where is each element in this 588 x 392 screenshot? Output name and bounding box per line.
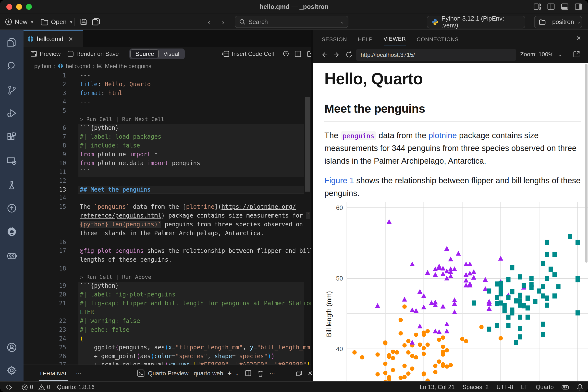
terminal-more-icon[interactable]: ⋯: [270, 370, 276, 376]
tab-hello-qmd[interactable]: hello.qmd ✕: [24, 30, 83, 47]
kill-terminal-icon[interactable]: [257, 370, 264, 376]
panel-more-icon[interactable]: ⋯: [76, 370, 82, 376]
viewer-scrollbar[interactable]: [585, 64, 588, 262]
remote-indicator[interactable]: [0, 382, 18, 392]
doc-link[interactable]: Figure 1: [324, 176, 354, 185]
customize-layout-icon[interactable]: [534, 3, 541, 10]
url-input[interactable]: http://localhost:3715/: [356, 49, 516, 61]
code-line[interactable]: reference/penguins.html) package contain…: [24, 212, 311, 221]
preview-button[interactable]: Preview: [30, 50, 60, 57]
panel-tab-session[interactable]: SESSION: [322, 31, 347, 46]
problems-indicator[interactable]: 0 0: [22, 384, 50, 390]
toggle-primary-sidebar-icon[interactable]: [547, 3, 555, 10]
workspace-selector[interactable]: _positron ⌄: [534, 16, 582, 28]
code-line[interactable]: 18: [24, 264, 311, 273]
source-control-icon[interactable]: [6, 84, 18, 96]
new-button[interactable]: New ▼: [5, 14, 34, 30]
run-debug-icon[interactable]: [6, 107, 18, 119]
code-line[interactable]: LTER: [24, 308, 311, 317]
split-editor-icon[interactable]: [294, 50, 301, 57]
code-line[interactable]: 19```{python}: [24, 282, 311, 291]
navigate-back-button[interactable]: ‹: [208, 14, 210, 30]
code-line[interactable]: 21#| fig-cap: Flipper and bill length fo…: [24, 300, 311, 308]
source-mode-button[interactable]: Source: [130, 49, 159, 58]
terminal-tab[interactable]: TERMINAL: [39, 366, 68, 380]
status-item[interactable]: Ln 13, Col 21: [420, 384, 455, 390]
code-editor[interactable]: 1---2title: Hello, Quarto3format: html4-…: [24, 72, 311, 364]
code-line[interactable]: 27 + scale_color_manual(values=["#FF8C00…: [24, 361, 311, 364]
publish-document-icon[interactable]: [282, 50, 290, 57]
visual-mode-button[interactable]: Visual: [159, 49, 184, 58]
code-line[interactable]: 14: [24, 194, 311, 203]
new-terminal-icon[interactable]: +: [227, 369, 232, 377]
doc-link[interactable]: plotnine: [428, 130, 457, 140]
terminal-dropdown-icon[interactable]: ⌄: [235, 371, 239, 376]
reload-icon[interactable]: [345, 51, 352, 58]
code-line[interactable]: 22#| warning: false: [24, 317, 311, 326]
code-line[interactable]: 25 ggplot(penguins, aes(x="flipper_lengt…: [24, 343, 311, 352]
status-item[interactable]: Spaces: 2: [462, 384, 489, 390]
panel-sash[interactable]: [311, 30, 313, 381]
close-tab-icon[interactable]: ✕: [68, 36, 73, 42]
testing-icon[interactable]: [6, 179, 18, 191]
interpreter-selector[interactable]: Python 3.12.1 (PipEnv: .venv): [427, 16, 525, 28]
code-line[interactable]: 1---: [24, 72, 311, 80]
render-on-save-checkbox[interactable]: Render on Save: [68, 50, 118, 57]
panel-tab-connections[interactable]: CONNECTIONS: [417, 31, 459, 46]
code-line[interactable]: 10from plotnine.data import penguins: [24, 159, 311, 168]
back-icon[interactable]: [320, 51, 328, 59]
terminal-session-title[interactable]: Quarto Preview - quarto-web: [148, 370, 223, 376]
code-line[interactable]: ▷ Run Cell | Run Above: [24, 273, 311, 282]
quarto-version[interactable]: Quarto: 1.8.16: [57, 384, 94, 390]
close-panel-icon[interactable]: ✕: [576, 35, 581, 42]
code-line[interactable]: 12: [24, 177, 311, 186]
search-input[interactable]: Search ⌄: [235, 16, 348, 28]
code-line[interactable]: ▷ Run Cell | Run Next Cell: [24, 116, 311, 124]
code-line[interactable]: 26 + geom_point(aes(color="species", sha…: [24, 352, 311, 361]
code-line[interactable]: 23#| echo: false: [24, 326, 311, 335]
copilot-icon[interactable]: [562, 384, 569, 390]
code-line[interactable]: 9from plotnine import *: [24, 150, 311, 159]
code-line[interactable]: 7#| label: load-packages: [24, 133, 311, 142]
code-line[interactable]: 24(: [24, 334, 311, 343]
code-line[interactable]: 17@fig-plot-penguins shows the relations…: [24, 247, 311, 256]
code-line[interactable]: 2title: Hello, Quarto: [24, 80, 311, 89]
maximize-panel-icon[interactable]: [296, 370, 302, 376]
extensions-icon[interactable]: [6, 131, 18, 143]
code-line[interactable]: 4---: [24, 98, 311, 106]
split-terminal-icon[interactable]: [245, 370, 251, 376]
code-line[interactable]: 8#| include: false: [24, 142, 311, 150]
zoom-selector[interactable]: Zoom: 100% ⌄: [520, 51, 562, 58]
explorer-icon[interactable]: [6, 37, 18, 48]
code-line[interactable]: 20#| label: fig-plot-penguins: [24, 291, 311, 300]
navigate-forward-button[interactable]: ›: [222, 14, 224, 30]
editor-scrollbar[interactable]: [305, 97, 310, 192]
github-icon[interactable]: [6, 226, 18, 238]
close-panel-button[interactable]: ✕: [308, 370, 312, 376]
insert-code-cell-button[interactable]: Insert Code Cell: [222, 50, 274, 57]
code-line[interactable]: 6```{python}: [24, 124, 311, 133]
sessions-icon[interactable]: [6, 155, 18, 167]
panel-tab-help[interactable]: HELP: [358, 31, 373, 46]
settings-gear-icon[interactable]: [6, 364, 18, 376]
toggle-secondary-sidebar-icon[interactable]: [575, 3, 582, 10]
code-line[interactable]: 16: [24, 238, 311, 247]
account-icon[interactable]: [6, 342, 18, 353]
breadcrumb-file[interactable]: hello.qmd: [66, 63, 90, 69]
search-icon[interactable]: [6, 60, 18, 72]
open-in-browser-icon[interactable]: [572, 50, 580, 58]
code-line[interactable]: {python} len(penguins)` penguins from th…: [24, 220, 311, 229]
code-line[interactable]: 5: [24, 106, 311, 116]
save-button[interactable]: [80, 14, 87, 30]
breadcrumb-symbol[interactable]: Meet the penguins: [105, 63, 151, 69]
code-line[interactable]: three islands in the Palmer Archipelago,…: [24, 229, 311, 238]
save-all-button[interactable]: [92, 14, 100, 30]
minimize-panel-icon[interactable]: —: [284, 370, 290, 376]
status-item[interactable]: Quarto: [536, 384, 554, 390]
code-line[interactable]: 11```: [24, 168, 311, 177]
forward-icon[interactable]: [333, 51, 341, 59]
code-line[interactable]: 13## Meet the penguins: [24, 186, 311, 194]
code-line[interactable]: 15The `penguins` data from the [plotnine…: [24, 203, 311, 212]
status-item[interactable]: LF: [521, 384, 528, 390]
toggle-panel-icon[interactable]: [561, 3, 568, 10]
